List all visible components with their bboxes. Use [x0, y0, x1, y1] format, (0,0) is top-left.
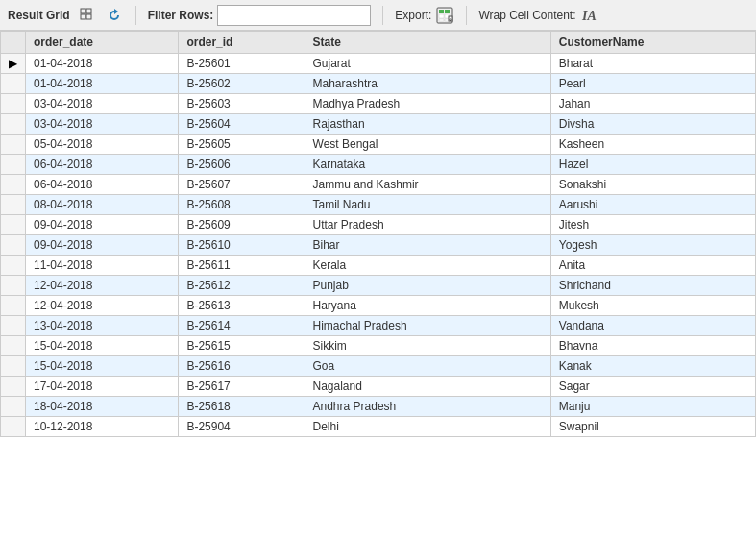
grid-icon[interactable] [78, 6, 97, 25]
svg-rect-6 [445, 10, 450, 13]
table-row[interactable]: 09-04-2018B-25610BiharYogesh [1, 235, 756, 256]
cell-order_date: 11-04-2018 [26, 256, 179, 276]
cell-order_id: B-25615 [179, 336, 305, 356]
row-indicator [1, 377, 26, 397]
table-row[interactable]: 12-04-2018B-25612PunjabShrichand [1, 276, 756, 296]
cell-customername: Kanak [550, 356, 755, 377]
table-row[interactable]: 01-04-2018B-25602MaharashtraPearl [1, 74, 756, 94]
cell-customername: Aarushi [550, 195, 755, 215]
cell-order_id: B-25602 [179, 74, 305, 94]
row-indicator [1, 417, 26, 437]
header-order-id[interactable]: order_id [179, 32, 305, 54]
cell-state: Jammu and Kashmir [305, 175, 550, 195]
table-row[interactable]: 06-04-2018B-25607Jammu and KashmirSonaks… [1, 175, 756, 195]
header-order-date[interactable]: order_date [26, 32, 179, 54]
cell-order_date: 06-04-2018 [26, 175, 179, 195]
table-row[interactable]: 06-04-2018B-25606KarnatakaHazel [1, 155, 756, 175]
table-row[interactable]: 11-04-2018B-25611KeralaAnita [1, 256, 756, 276]
svg-rect-9 [439, 19, 444, 21]
cell-order_date: 08-04-2018 [26, 195, 179, 215]
cell-order_id: B-25603 [179, 94, 305, 114]
cell-customername: Bhavna [550, 336, 755, 356]
cell-order_date: 03-04-2018 [26, 114, 179, 135]
cell-state: Rajasthan [305, 114, 550, 135]
cell-order_date: 12-04-2018 [26, 296, 179, 316]
cell-order_id: B-25610 [179, 235, 305, 256]
table-row[interactable]: 18-04-2018B-25618Andhra PradeshManju [1, 397, 756, 417]
svg-rect-7 [439, 14, 444, 18]
table-row[interactable]: 03-04-2018B-25603Madhya PradeshJahan [1, 94, 756, 114]
table-row[interactable]: 05-04-2018B-25605West BengalKasheen [1, 135, 756, 155]
cell-customername: Hazel [550, 155, 755, 175]
svg-rect-0 [81, 9, 85, 13]
cell-state: Uttar Pradesh [305, 215, 550, 235]
cell-order_date: 13-04-2018 [26, 316, 179, 336]
cell-state: Bihar [305, 235, 550, 256]
svg-rect-5 [439, 10, 444, 13]
svg-rect-1 [86, 9, 91, 13]
svg-text:IA: IA [581, 9, 597, 23]
row-indicator: ▶ [1, 54, 26, 74]
cell-order_id: B-25904 [179, 417, 305, 437]
cell-order_id: B-25606 [179, 155, 305, 175]
cell-order_id: B-25607 [179, 175, 305, 195]
wrap-cell-label: Wrap Cell Content: [478, 9, 575, 22]
row-indicator [1, 356, 26, 377]
filter-input[interactable] [217, 5, 371, 26]
row-indicator [1, 74, 26, 94]
export-icon[interactable] [435, 6, 454, 25]
grid-icon-section [78, 6, 97, 25]
cell-order_date: 03-04-2018 [26, 94, 179, 114]
cell-state: Tamil Nadu [305, 195, 550, 215]
refresh-icon[interactable] [105, 6, 124, 25]
cell-order_id: B-25617 [179, 377, 305, 397]
cell-state: Haryana [305, 296, 550, 316]
table-row[interactable]: 10-12-2018B-25904DelhiSwapnil [1, 417, 756, 437]
table-row[interactable]: 15-04-2018B-25615SikkimBhavna [1, 336, 756, 356]
cell-customername: Sagar [550, 377, 755, 397]
row-indicator [1, 155, 26, 175]
cell-order_id: B-25609 [179, 215, 305, 235]
svg-rect-2 [81, 14, 85, 19]
wrap-icon[interactable]: IA [580, 6, 599, 25]
header-state[interactable]: State [305, 32, 550, 54]
wrap-section: Wrap Cell Content: IA [478, 6, 598, 25]
table-row[interactable]: 15-04-2018B-25616GoaKanak [1, 356, 756, 377]
result-table: order_date order_id State CustomerName ▶… [0, 31, 756, 437]
table-row[interactable]: 09-04-2018B-25609Uttar PradeshJitesh [1, 215, 756, 235]
svg-rect-3 [86, 14, 91, 19]
row-indicator [1, 256, 26, 276]
cell-state: Karnataka [305, 155, 550, 175]
cell-customername: Kasheen [550, 135, 755, 155]
table-row[interactable]: ▶01-04-2018B-25601GujaratBharat [1, 54, 756, 74]
toolbar-divider-3 [466, 6, 467, 25]
cell-order_date: 06-04-2018 [26, 155, 179, 175]
cell-state: Himachal Pradesh [305, 316, 550, 336]
cell-order_id: B-25605 [179, 135, 305, 155]
cell-state: Kerala [305, 256, 550, 276]
header-customer-name[interactable]: CustomerName [550, 32, 755, 54]
toolbar-divider-2 [382, 6, 383, 25]
cell-customername: Pearl [550, 74, 755, 94]
table-row[interactable]: 12-04-2018B-25613HaryanaMukesh [1, 296, 756, 316]
cell-order_date: 09-04-2018 [26, 235, 179, 256]
row-indicator [1, 397, 26, 417]
row-indicator [1, 235, 26, 256]
cell-order_date: 12-04-2018 [26, 276, 179, 296]
row-indicator [1, 276, 26, 296]
filter-rows-label: Filter Rows: [148, 9, 214, 22]
row-indicator [1, 215, 26, 235]
row-indicator [1, 94, 26, 114]
table-row[interactable]: 08-04-2018B-25608Tamil NaduAarushi [1, 195, 756, 215]
row-indicator [1, 114, 26, 135]
table-row[interactable]: 17-04-2018B-25617NagalandSagar [1, 377, 756, 397]
cell-order_date: 15-04-2018 [26, 336, 179, 356]
cell-order_date: 01-04-2018 [26, 74, 179, 94]
cell-state: Gujarat [305, 54, 550, 74]
cell-customername: Vandana [550, 316, 755, 336]
table-row[interactable]: 13-04-2018B-25614Himachal PradeshVandana [1, 316, 756, 336]
cell-state: Punjab [305, 276, 550, 296]
result-grid-label: Result Grid [8, 9, 70, 22]
cell-customername: Anita [550, 256, 755, 276]
table-row[interactable]: 03-04-2018B-25604RajasthanDivsha [1, 114, 756, 135]
